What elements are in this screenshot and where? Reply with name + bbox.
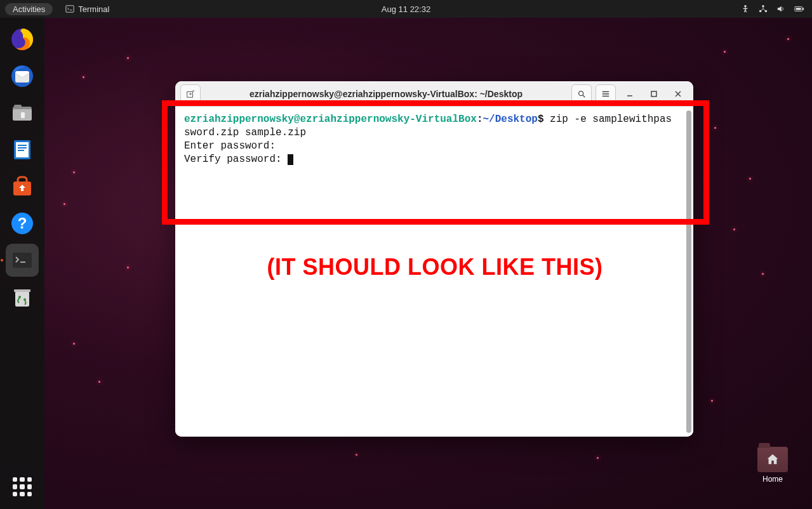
prompt-path: ~/Desktop [483, 114, 537, 125]
minimize-icon [626, 90, 634, 98]
svg-rect-16 [18, 145, 27, 146]
command-wrap: sword.zip sample.zip [184, 126, 684, 140]
desktop-icon-label: Home [757, 475, 788, 484]
maximize-icon [650, 90, 658, 98]
prompt-symbol: $ [538, 114, 544, 125]
svg-point-28 [579, 91, 583, 95]
top-bar: Activities Terminal Aug 11 22:32 [0, 0, 812, 18]
dock-files[interactable] [6, 96, 39, 129]
titlebar[interactable]: ezriahzippernowsky@ezriahzippernowsky-Vi… [175, 81, 693, 107]
app-menu[interactable]: Terminal [65, 4, 109, 14]
svg-point-25 [18, 296, 21, 298]
scrollbar[interactable] [686, 110, 691, 433]
svg-rect-18 [18, 150, 24, 151]
show-applications-button[interactable] [9, 473, 36, 500]
writer-icon [10, 137, 35, 162]
app-menu-label: Terminal [78, 4, 109, 14]
svg-rect-17 [18, 147, 27, 149]
close-icon [674, 90, 682, 98]
terminal-icon [65, 4, 74, 13]
svg-rect-24 [14, 289, 30, 292]
line-verify-password: Verify password: [184, 154, 288, 165]
minimize-button[interactable] [620, 84, 640, 103]
svg-rect-27 [187, 91, 193, 97]
home-icon [766, 453, 780, 466]
dock-writer[interactable] [6, 133, 39, 166]
dock: ? [0, 18, 44, 509]
thunderbird-icon [10, 63, 35, 89]
dock-trash[interactable] [6, 281, 39, 314]
svg-point-1 [744, 5, 747, 8]
accessibility-icon[interactable] [741, 4, 750, 13]
new-tab-button[interactable] [180, 84, 201, 103]
desktop-home-folder[interactable]: Home [757, 447, 788, 484]
annotation-text: (IT SHOULD LOOK LIKE THIS) [222, 254, 648, 281]
dock-help[interactable]: ? [6, 207, 39, 240]
terminal-cursor [288, 154, 293, 165]
battery-icon[interactable] [794, 4, 804, 13]
activities-button[interactable]: Activities [5, 3, 53, 15]
network-icon[interactable] [759, 4, 768, 13]
search-icon [577, 89, 586, 98]
menu-button[interactable] [596, 84, 616, 103]
command-text: zip -e samplewithpas [544, 114, 672, 125]
dock-thunderbird[interactable] [6, 60, 39, 93]
new-tab-icon [186, 89, 195, 98]
volume-icon[interactable] [776, 4, 785, 13]
trash-icon [10, 284, 35, 310]
svg-text:?: ? [18, 215, 27, 232]
close-button[interactable] [668, 84, 688, 103]
svg-rect-7 [802, 8, 804, 10]
svg-rect-29 [651, 91, 656, 96]
window-title: ezriahzippernowsky@ezriahzippernowsky-Vi… [204, 89, 568, 99]
files-icon [10, 100, 35, 126]
svg-rect-0 [66, 6, 74, 13]
dock-software[interactable] [6, 170, 39, 203]
dock-terminal[interactable] [6, 244, 39, 277]
svg-rect-22 [13, 253, 32, 268]
help-icon: ? [10, 211, 35, 236]
maximize-button[interactable] [644, 84, 664, 103]
software-icon [10, 174, 35, 199]
svg-rect-6 [796, 8, 801, 10]
hamburger-icon [601, 89, 610, 98]
clock[interactable]: Aug 11 22:32 [382, 4, 430, 14]
dock-firefox[interactable] [6, 23, 39, 56]
svg-point-26 [23, 298, 26, 301]
terminal-dock-icon [10, 248, 35, 273]
svg-rect-23 [15, 291, 29, 307]
svg-rect-13 [21, 112, 25, 118]
prompt-user-host: ezriahzippernowsky@ezriahzippernowsky-Vi… [184, 114, 477, 125]
svg-point-2 [762, 5, 764, 8]
svg-rect-12 [14, 105, 22, 109]
line-enter-password: Enter password: [184, 140, 684, 153]
firefox-icon [10, 27, 35, 52]
search-button[interactable] [571, 84, 592, 103]
